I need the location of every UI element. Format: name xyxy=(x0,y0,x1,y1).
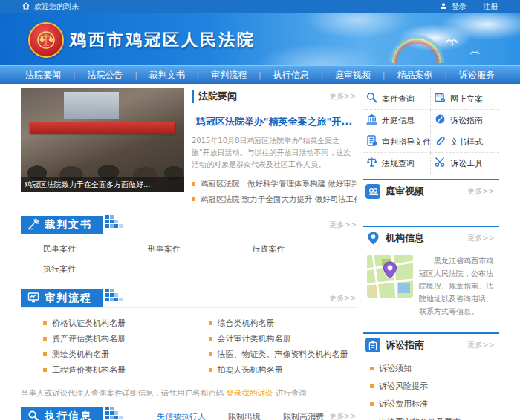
news-header: 法院要闻 更多>> xyxy=(192,88,357,106)
pencil-circle-icon xyxy=(435,114,446,127)
dove-icon xyxy=(469,45,481,59)
login-link[interactable]: 登录 xyxy=(452,1,467,12)
video-section-header: 庭审视频 更多>> xyxy=(363,180,499,202)
nav-item-services[interactable]: 诉讼服务 xyxy=(459,69,495,82)
my-litigation-login-link[interactable]: 登录我的诉讼 xyxy=(226,388,273,397)
scissors-icon xyxy=(435,157,446,170)
search-icon xyxy=(366,92,377,105)
list-item[interactable]: 资产评估类机构名册 xyxy=(43,331,192,347)
list-item[interactable]: 拍卖人选机构名册 xyxy=(209,362,357,378)
organization-section-title: 机构信息 xyxy=(386,232,424,245)
trial-process-note: 当事人或诉讼代理人查询案件详细信息，请凭用户名和密码 登录我的诉讼 进行查询 xyxy=(21,388,357,398)
court-emblem-logo xyxy=(28,22,64,58)
judgments-more-link[interactable]: 更多>> xyxy=(329,220,357,230)
register-link[interactable]: 注册 xyxy=(483,1,498,12)
left-column: 鸡冠区法院致力于在全面多方面做好... 法院要闻 更多>> 鸡冠区法院举办"精英… xyxy=(21,88,357,420)
site-banner: 鸡西市鸡冠区人民法院 xyxy=(0,13,520,65)
nav-item-video[interactable]: 庭审视频 xyxy=(335,69,371,82)
trial-process-body: 价格认证类机构名册 资产评估类机构名册 测绘类机构名册 工程造价类机构名册 综合… xyxy=(21,308,357,378)
quick-link-online-filing[interactable]: 网上立案 xyxy=(431,88,499,110)
tab-dishonest-persons[interactable]: 失信被执行人 xyxy=(157,411,206,420)
video-more-link[interactable]: 更多>> xyxy=(467,186,495,197)
list-item[interactable]: 诉讼须知 xyxy=(370,360,496,378)
film-icon xyxy=(365,184,380,199)
guide-section-title: 诉讼指南 xyxy=(386,338,424,352)
quick-link-case-query[interactable]: 案件查询 xyxy=(363,88,431,110)
enforcement-more-link[interactable]: 更多>> xyxy=(329,411,357,420)
quick-link-litigation-tools[interactable]: 诉讼工具 xyxy=(431,153,499,174)
guide-more-link[interactable]: 更多>> xyxy=(467,340,495,350)
trial-process-right-list: 综合类机构名册 会计审计类机构名册 法医、物证类、声像资料类机构名册 拍卖人选机… xyxy=(192,315,357,378)
list-item[interactable]: 综合类机构名册 xyxy=(209,315,357,331)
organization-more-link[interactable]: 更多>> xyxy=(467,233,495,243)
guide-section: 诉讼指南 更多>> 诉讼须知 诉讼风险提示 诉讼费用标准 申请再审的条件及要求 … xyxy=(363,332,499,420)
pixel-deco xyxy=(105,406,124,420)
map-pin-icon xyxy=(365,231,380,246)
trial-process-left-list: 价格认证类机构名册 资产评估类机构名册 测绘类机构名册 工程造价类机构名册 xyxy=(21,315,192,378)
pixel-deco xyxy=(105,214,124,235)
list-item[interactable]: 价格认证类机构名册 xyxy=(43,315,192,331)
list-item[interactable]: 测绘类机构名册 xyxy=(43,347,192,362)
trial-process-section-header: 审判流程 更多>> xyxy=(21,289,357,308)
list-item[interactable]: 法医、物证类、声像资料类机构名册 xyxy=(209,347,357,362)
scales-icon xyxy=(366,157,377,170)
judgments-link-civil[interactable]: 民事案件 xyxy=(43,243,148,255)
list-item[interactable]: 会计审计类机构名册 xyxy=(209,331,357,347)
news-summary: 2015年10月8日鸡冠区法院举办"精英全案之旅"开放日活动。与以往的开放日活动… xyxy=(192,135,357,171)
page-title: 鸡西市鸡冠区人民法院 xyxy=(70,29,256,51)
nav-item-judgments[interactable]: 裁判文书 xyxy=(149,69,185,82)
judgments-links: 民事案件 刑事案件 行政案件 执行案件 xyxy=(21,234,357,280)
tab-exit-restriction[interactable]: 限制出境 xyxy=(228,411,261,420)
judgments-link-criminal[interactable]: 刑事案件 xyxy=(148,243,253,255)
nav-item-trial-process[interactable]: 审判流程 xyxy=(211,69,247,82)
list-item[interactable]: 申请再审的条件及要求 xyxy=(370,413,496,420)
quick-link-document-templates[interactable]: 文书样式 xyxy=(431,131,499,153)
enforcement-section-header: 执行信息 失信被执行人 限制出境 限制高消费 更多>> xyxy=(21,407,357,420)
welcome-text: 欢迎您的到来 xyxy=(34,1,79,12)
trial-process-title: 审判流程 xyxy=(45,292,92,305)
nav-item-enforcement[interactable]: 执行信息 xyxy=(273,69,309,82)
main-nav: 法院要闻| 法院公告| 裁判文书| 审判流程| 执行信息| 庭审视频| 精品案例… xyxy=(0,65,520,84)
list-item[interactable]: 诉讼费用标准 xyxy=(370,396,496,413)
clipboard-icon xyxy=(365,338,380,352)
news-more-link[interactable]: 更多>> xyxy=(329,91,357,102)
news-panel: 法院要闻 更多>> 鸡冠区法院举办"精英全案之旅"开... 2015年10月8日… xyxy=(192,88,357,207)
guide-section-header: 诉讼指南 更多>> xyxy=(363,334,499,355)
quick-link-hearing-info[interactable]: 开庭信息 xyxy=(363,110,431,131)
enforcement-title: 执行信息 xyxy=(45,410,92,420)
user-icon xyxy=(440,2,447,11)
gavel-icon xyxy=(27,218,39,232)
photo-projector-screen xyxy=(64,92,119,119)
list-item[interactable]: 工程造价类机构名册 xyxy=(43,362,192,378)
calendar-icon xyxy=(435,92,446,105)
quick-link-law-query[interactable]: 法规查询 xyxy=(363,153,431,174)
nav-item-news[interactable]: 法院要闻 xyxy=(25,69,61,82)
judgments-link-enforcement[interactable]: 执行案件 xyxy=(43,263,148,275)
organization-description: 黑龙江省鸡西市鸡冠区人民法院，公布法院概况、规章指南、法院地址以及咨询电话、联系… xyxy=(419,255,493,318)
video-section-body xyxy=(363,202,499,220)
organization-section-header: 机构信息 更多>> xyxy=(363,227,499,249)
quick-link-litigation-guide[interactable]: 诉讼指南 xyxy=(431,110,499,131)
trial-process-more-link[interactable]: 更多>> xyxy=(329,293,357,303)
list-item[interactable]: 诉讼风险提示 xyxy=(370,378,496,396)
news-photo-slider[interactable]: 鸡冠区法院致力于在全面多方面做好... xyxy=(21,88,184,192)
news-list-item[interactable]: 鸡冠区法院 致力于全面大力提升 做好司法工作 xyxy=(192,191,357,207)
map-thumbnail[interactable] xyxy=(367,255,413,318)
organization-body: 黑龙江省鸡西市鸡冠区人民法院，公布法院概况、规章指南、法院地址以及咨询电话、联系… xyxy=(363,249,499,327)
news-list-item[interactable]: 鸡冠区法院：做好科学管理体系构建 做好审判工作... xyxy=(192,176,357,191)
home-icon[interactable] xyxy=(22,2,30,11)
photo-caption: 鸡冠区法院致力于在全面多方面做好... xyxy=(21,177,184,192)
video-section-title: 庭审视频 xyxy=(386,185,424,198)
tab-consumption-restriction[interactable]: 限制高消费 xyxy=(283,411,324,420)
judgments-link-administrative[interactable]: 行政案件 xyxy=(252,243,357,255)
monitor-chart-icon xyxy=(27,292,39,306)
video-section: 庭审视频 更多>> xyxy=(363,179,499,220)
quick-link-trial-guidance-docs[interactable]: 审判指导文件 xyxy=(363,131,431,153)
judgments-title: 裁判文书 xyxy=(45,218,92,232)
news-headline-link[interactable]: 鸡冠区法院举办"精英全案之旅"开... xyxy=(192,115,357,128)
nav-item-announcements[interactable]: 法院公告 xyxy=(87,69,123,82)
quick-links-grid: 案件查询 网上立案 开庭信息 诉讼指南 审判指导文件 文书样式 xyxy=(363,88,499,174)
news-section-title: 法院要闻 xyxy=(192,90,237,103)
nav-item-cases[interactable]: 精品案例 xyxy=(397,69,432,82)
news-block: 鸡冠区法院致力于在全面多方面做好... 法院要闻 更多>> 鸡冠区法院举办"精英… xyxy=(21,88,357,207)
